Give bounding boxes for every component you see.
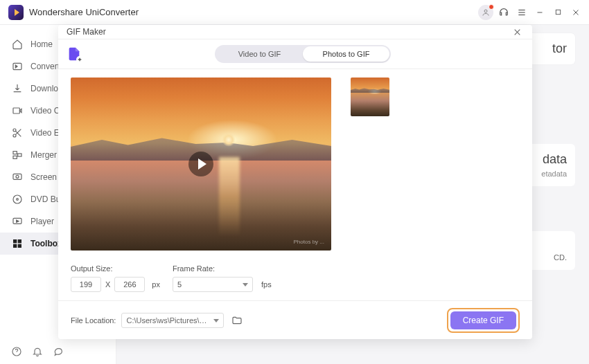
file-location-value: C:\Users\ws\Pictures\Wonders: [126, 316, 209, 325]
svg-point-20: [17, 199, 19, 201]
svg-rect-9: [13, 108, 19, 113]
svg-rect-23: [18, 239, 21, 243]
open-folder-icon[interactable]: [231, 314, 243, 327]
hamburger-menu-icon[interactable]: [514, 5, 529, 20]
svg-rect-22: [13, 239, 17, 243]
svg-rect-16: [18, 154, 21, 156]
form-row: Output Size: X px Frame Rate: 5: [71, 264, 520, 292]
sidebar-item-label: Player: [30, 217, 54, 226]
svg-point-10: [13, 129, 16, 131]
modal-close-icon[interactable]: [510, 25, 524, 39]
frame-rate-value: 5: [177, 280, 182, 289]
svg-point-18: [16, 175, 19, 178]
preview-decoration: [222, 133, 236, 147]
svg-rect-5: [556, 10, 560, 14]
preview-pane[interactable]: Photos by ...: [71, 78, 331, 251]
modal-title: GIF Maker: [67, 27, 106, 37]
disc-icon: [11, 193, 24, 206]
svg-rect-14: [13, 152, 17, 154]
converter-icon: [11, 60, 24, 73]
svg-point-0: [484, 10, 487, 12]
thumbnail-item[interactable]: [351, 78, 389, 116]
media-row: Photos by ...: [71, 78, 520, 251]
player-icon: [11, 215, 24, 228]
create-gif-highlight: Create GIF: [447, 308, 520, 333]
scissors-icon: [11, 127, 24, 139]
output-size-label: Output Size:: [71, 264, 160, 273]
svg-rect-17: [13, 174, 21, 179]
mode-segmented-control: Video to GIF Photos to GIF: [215, 45, 391, 63]
x-separator: X: [105, 280, 110, 289]
file-location-select[interactable]: C:\Users\ws\Pictures\Wonders: [121, 313, 224, 328]
play-icon[interactable]: [188, 152, 213, 176]
width-input[interactable]: [71, 277, 101, 292]
frame-rate-label: Frame Rate:: [173, 264, 272, 273]
maximize-icon[interactable]: [550, 5, 565, 20]
frame-rate-group: Frame Rate: 5 fps: [173, 264, 272, 292]
home-icon: [11, 38, 24, 51]
preview-watermark: Photos by ...: [294, 239, 324, 245]
modal-toolbar: Video to GIF Photos to GIF: [58, 39, 532, 69]
app-logo: [8, 5, 24, 20]
titlebar: Wondershare UniConverter: [0, 0, 589, 25]
sidebar-item-label: Home: [30, 39, 53, 49]
height-input[interactable]: [114, 277, 145, 292]
feedback-icon[interactable]: [53, 346, 64, 357]
compressor-icon: [11, 104, 24, 117]
support-icon[interactable]: [496, 5, 511, 20]
download-icon: [11, 82, 24, 95]
sidebar-item-label: Toolbox: [30, 239, 62, 248]
app-title: Wondershare UniConverter: [29, 7, 139, 17]
window-close-icon[interactable]: [568, 5, 583, 20]
output-size-group: Output Size: X px: [71, 264, 160, 292]
tab-photos-to-gif[interactable]: Photos to GIF: [303, 46, 389, 62]
sidebar-item-label: Merger: [30, 150, 57, 160]
add-file-icon[interactable]: [67, 46, 82, 62]
merger-icon: [11, 149, 24, 161]
chevron-down-icon: [243, 283, 248, 286]
svg-rect-25: [18, 244, 21, 248]
toolbox-icon: [11, 237, 24, 250]
px-unit: px: [152, 280, 160, 289]
bell-icon[interactable]: [32, 346, 43, 357]
svg-rect-24: [13, 244, 17, 248]
create-gif-button[interactable]: Create GIF: [450, 311, 516, 329]
modal-footer: File Location: C:\Users\ws\Pictures\Wond…: [58, 300, 532, 343]
gif-maker-modal: GIF Maker Video to GIF Photos to GIF: [58, 25, 532, 339]
frame-rate-select[interactable]: 5: [173, 277, 253, 292]
account-avatar[interactable]: [478, 5, 493, 20]
svg-point-11: [13, 134, 16, 137]
sidebar-footer: [0, 339, 116, 364]
file-location-label: File Location:: [71, 316, 116, 325]
chevron-down-icon: [213, 319, 219, 322]
svg-point-19: [13, 195, 21, 203]
modal-header: GIF Maker: [58, 25, 532, 39]
app-window: Wondershare UniConverter Home: [0, 0, 589, 364]
modal-body: Photos by ... Output Size: X px: [58, 69, 532, 300]
minimize-icon[interactable]: [532, 5, 547, 20]
fps-unit: fps: [261, 280, 272, 289]
help-icon[interactable]: [11, 346, 22, 357]
record-icon: [11, 171, 24, 183]
thumb-decoration: [351, 86, 389, 93]
preview-decoration: [219, 157, 240, 237]
tab-video-to-gif[interactable]: Video to GIF: [216, 46, 303, 62]
svg-rect-15: [13, 156, 17, 158]
